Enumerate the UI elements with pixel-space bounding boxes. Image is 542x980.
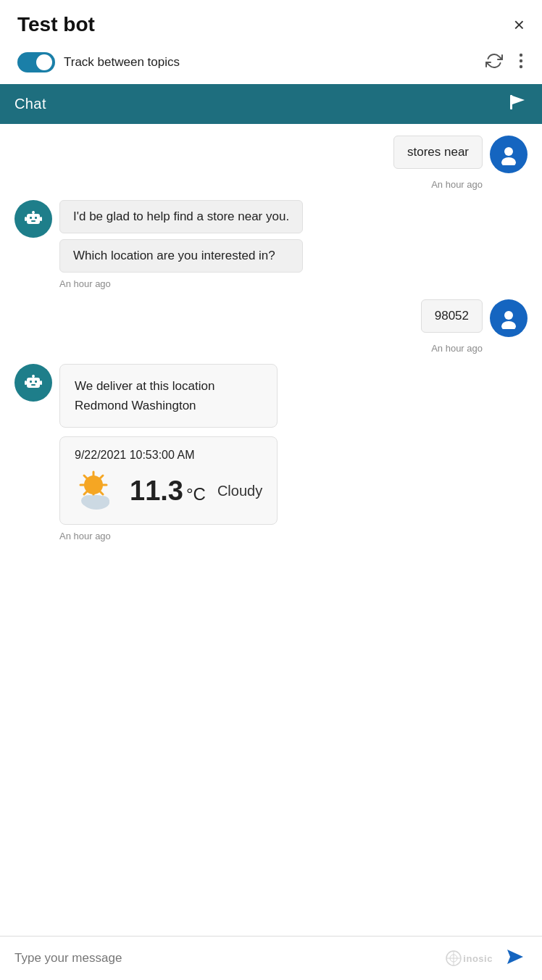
weather-icon bbox=[75, 469, 118, 512]
svg-line-33 bbox=[84, 491, 87, 494]
weather-card: 9/22/2021 10:53:00 AM bbox=[59, 436, 278, 525]
svg-point-1 bbox=[520, 59, 522, 62]
refresh-button[interactable] bbox=[484, 51, 504, 74]
weather-temp-group: 11.3 °C bbox=[130, 477, 206, 504]
svg-rect-3 bbox=[510, 95, 512, 109]
chat-area: stores near An hour ago I'd be glad to h… bbox=[0, 124, 542, 936]
logo-text: inosic bbox=[463, 953, 493, 964]
branding-logo: inosic bbox=[446, 950, 493, 966]
svg-rect-7 bbox=[27, 214, 40, 224]
user-avatar-1 bbox=[490, 136, 528, 173]
delivery-line2: Redmond Washington bbox=[75, 396, 262, 415]
svg-rect-20 bbox=[31, 384, 36, 386]
svg-rect-14 bbox=[40, 217, 42, 221]
bot-timestamp-2: An hour ago bbox=[59, 531, 528, 541]
more-options-button[interactable] bbox=[517, 51, 525, 74]
svg-rect-8 bbox=[30, 217, 32, 219]
weather-condition: Cloudy bbox=[217, 483, 262, 499]
user-bubble-2: 98052 bbox=[421, 299, 483, 333]
chat-header-title: Chat bbox=[14, 96, 46, 112]
app-header: Test bot × bbox=[0, 0, 542, 45]
weather-row: 11.3 °C Cloudy bbox=[75, 469, 262, 512]
svg-line-30 bbox=[84, 476, 87, 478]
bot-group-1: I'd be glad to help find a store near yo… bbox=[14, 200, 528, 273]
svg-rect-23 bbox=[25, 381, 27, 385]
bot-avatar-1 bbox=[14, 200, 52, 238]
bot-bubbles-2: We deliver at this location Redmond Wash… bbox=[59, 364, 278, 525]
send-icon bbox=[504, 947, 525, 967]
flag-svg bbox=[509, 94, 528, 110]
user-message-2: 98052 bbox=[14, 299, 528, 337]
toggle-row: Track between topics bbox=[0, 45, 542, 84]
user-avatar-icon bbox=[498, 144, 520, 165]
bot-bubbles-1: I'd be glad to help find a store near yo… bbox=[59, 200, 303, 273]
svg-point-6 bbox=[501, 157, 516, 165]
bot-group-2: We deliver at this location Redmond Wash… bbox=[14, 364, 528, 525]
partly-cloudy-icon bbox=[75, 469, 118, 512]
svg-rect-37 bbox=[83, 497, 109, 507]
user-message-1: stores near bbox=[14, 136, 528, 173]
weather-unit: °C bbox=[186, 484, 206, 504]
user-avatar-2 bbox=[490, 299, 528, 337]
close-button[interactable]: × bbox=[514, 15, 525, 34]
user-avatar-icon-2 bbox=[498, 307, 520, 329]
bot-bubble-1b: Which location are you interested in? bbox=[59, 239, 303, 273]
bot-timestamp-1: An hour ago bbox=[59, 278, 528, 289]
svg-line-32 bbox=[100, 476, 103, 478]
svg-point-15 bbox=[504, 311, 513, 320]
chat-header: Chat bbox=[0, 84, 542, 124]
delivery-line1: We deliver at this location bbox=[75, 376, 262, 396]
user-bubble-1: stores near bbox=[393, 136, 483, 169]
bot-avatar-icon-1 bbox=[22, 208, 44, 230]
bot-bubble-1a: I'd be glad to help find a store near yo… bbox=[59, 200, 303, 233]
svg-marker-42 bbox=[507, 950, 523, 964]
send-button[interactable] bbox=[501, 945, 528, 971]
bot-avatar-2 bbox=[14, 364, 52, 402]
svg-rect-10 bbox=[31, 220, 36, 222]
toggle-group: Track between topics bbox=[17, 52, 180, 72]
svg-rect-9 bbox=[35, 217, 37, 219]
svg-point-0 bbox=[520, 54, 522, 57]
svg-rect-18 bbox=[30, 381, 32, 383]
input-bar: inosic bbox=[0, 936, 542, 980]
toggle-label: Track between topics bbox=[64, 55, 180, 70]
flag-icon bbox=[509, 94, 528, 114]
logo-icon bbox=[446, 950, 462, 966]
weather-date: 9/22/2021 10:53:00 AM bbox=[75, 449, 262, 462]
svg-rect-19 bbox=[35, 381, 37, 383]
svg-line-31 bbox=[100, 491, 103, 494]
refresh-icon bbox=[485, 52, 503, 70]
svg-marker-4 bbox=[512, 96, 525, 104]
app-title: Test bot bbox=[17, 13, 95, 36]
bot-avatar-icon-2 bbox=[22, 372, 44, 394]
header-actions bbox=[484, 51, 525, 74]
svg-rect-17 bbox=[27, 378, 40, 388]
svg-rect-13 bbox=[25, 217, 27, 221]
svg-rect-24 bbox=[40, 381, 42, 385]
weather-temperature: 11.3 bbox=[130, 477, 183, 504]
svg-point-2 bbox=[520, 65, 522, 68]
user-timestamp-2: An hour ago bbox=[14, 343, 483, 354]
svg-point-16 bbox=[501, 321, 516, 329]
message-input[interactable] bbox=[14, 951, 437, 966]
more-options-icon bbox=[519, 52, 523, 70]
user-timestamp-1: An hour ago bbox=[14, 179, 483, 190]
delivery-card: We deliver at this location Redmond Wash… bbox=[59, 364, 278, 428]
track-topics-toggle[interactable] bbox=[17, 52, 55, 72]
svg-point-5 bbox=[504, 147, 513, 156]
